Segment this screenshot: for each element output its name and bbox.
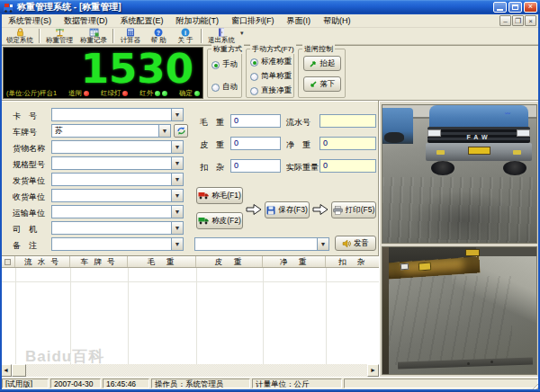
toolbar-button-help[interactable]: ? 帮 助 <box>146 28 171 44</box>
truck-front: 〰 FAW <box>426 105 532 177</box>
svg-text:?: ? <box>157 30 160 36</box>
menu-item-ui[interactable]: 界面(I) <box>281 15 318 27</box>
plate-no-combo[interactable]: 苏 ▼ <box>51 124 171 138</box>
chevron-down-icon[interactable]: ▼ <box>171 157 183 169</box>
arrow-up-icon <box>310 60 318 67</box>
confirm-indicator-light <box>194 91 200 96</box>
weigh-tare-button[interactable]: 称皮(F2) <box>196 212 243 229</box>
toolbar-button-calculator[interactable]: 计算器 <box>117 28 144 44</box>
license-plate <box>468 147 490 155</box>
plate-refresh-button[interactable] <box>174 124 188 138</box>
toolbar-overflow-icon[interactable]: ▾ <box>240 30 244 37</box>
chevron-down-icon[interactable]: ▼ <box>171 190 183 201</box>
plate-no-label: 车牌号 <box>13 127 37 138</box>
led-platform-label: (单位:公斤)秤台1 <box>6 89 57 98</box>
status-date: 2007-04-30 <box>50 379 101 388</box>
gate-drop-button[interactable]: 落下 <box>303 76 341 92</box>
license-plate <box>465 249 480 256</box>
col-net-weight[interactable]: 净 重 <box>263 256 326 267</box>
speaker-icon <box>342 239 351 248</box>
grid-line <box>263 268 264 364</box>
close-button[interactable]: × <box>524 2 537 13</box>
radio-manual[interactable]: 手动 <box>212 59 238 70</box>
window-frame <box>0 14 2 392</box>
scrollbar-right-button[interactable]: ► <box>367 364 379 377</box>
save-button[interactable]: 保存(F3) <box>265 201 310 218</box>
gate-lift-button[interactable]: 抬起 <box>303 56 341 71</box>
tare-weight-input[interactable]: 0 <box>230 137 281 150</box>
chevron-down-icon[interactable]: ▼ <box>171 222 183 234</box>
table-h-scrollbar[interactable]: ◄ ► <box>0 364 379 377</box>
actual-weight-input[interactable]: 0 <box>320 159 376 173</box>
chevron-down-icon[interactable]: ▼ <box>171 206 183 218</box>
driver-combo[interactable]: ▼ <box>51 221 184 235</box>
chevron-down-icon[interactable]: ▼ <box>171 141 183 153</box>
gross-weight-input[interactable]: 0 <box>230 114 281 128</box>
truck-red-icon <box>198 192 209 200</box>
chevron-down-icon[interactable]: ▼ <box>317 238 328 250</box>
mdi-close-button[interactable]: × <box>525 15 536 26</box>
receiver-combo[interactable]: ▼ <box>51 189 184 202</box>
printer-icon <box>333 206 343 215</box>
toolbar-button-about[interactable]: i 关 于 <box>173 28 198 44</box>
close-icon: × <box>528 2 533 11</box>
flow-arrow-icon <box>246 203 262 216</box>
serial-no-label: 流水号 <box>286 117 310 129</box>
toolbar-button-weigh-records[interactable]: 称重记录 <box>77 28 110 44</box>
gate-indicator-light <box>84 91 89 96</box>
chevron-down-icon[interactable]: ▼ <box>158 125 170 137</box>
minimize-button[interactable] <box>493 2 507 13</box>
radio-auto[interactable]: 自动 <box>212 82 238 93</box>
indicator-gate-label: 道闸 <box>68 89 82 98</box>
toolbar-button-lock-system[interactable]: 锁定系统 <box>4 28 36 44</box>
menu-item-addons[interactable]: 附加功能(T) <box>170 15 226 27</box>
menu-item-system[interactable]: 系统管理(S) <box>2 15 58 27</box>
goods-name-combo[interactable]: ▼ <box>51 140 184 154</box>
indicator-trafficlight-label: 红绿灯 <box>101 89 122 98</box>
toolbar-separator <box>201 29 202 43</box>
net-weight-input[interactable]: 0 <box>320 137 376 150</box>
menu-item-config[interactable]: 系统配置(E) <box>114 15 170 27</box>
radio-direct-net[interactable]: 直接净重 <box>250 85 292 96</box>
shipper-combo[interactable]: ▼ <box>51 173 184 186</box>
print-button[interactable]: 打印(F5) <box>331 201 376 218</box>
grid-line <box>15 268 16 364</box>
restore-button[interactable] <box>508 2 522 13</box>
tare-weight-label: 皮 重 <box>200 139 224 151</box>
save-disk-icon <box>266 206 275 215</box>
camera-feed-top: 〰 FAW <box>382 104 537 244</box>
col-gross-weight[interactable]: 毛 重 <box>128 256 196 267</box>
infrared-indicator-light-2 <box>162 91 167 96</box>
remarks-combo[interactable]: ▼ <box>51 237 184 251</box>
menu-item-help[interactable]: 帮助(H) <box>317 15 357 27</box>
voice-button[interactable]: 发音 <box>335 236 376 251</box>
toolbar-button-exit[interactable]: 退出系统 <box>205 28 238 44</box>
col-deduction[interactable]: 扣 杂 <box>326 256 379 267</box>
menu-item-windows[interactable]: 窗口排列(F) <box>225 15 281 27</box>
col-serial-no[interactable]: 流 水 号 <box>15 256 70 267</box>
actual-weight-label: 实际重量 <box>286 162 319 174</box>
transporter-combo[interactable]: ▼ <box>51 205 184 218</box>
toolbar-button-weigh-manage[interactable]: 称重管理 <box>43 28 76 44</box>
card-no-combo[interactable]: ▼ <box>51 108 184 121</box>
serial-no-input[interactable] <box>320 114 376 128</box>
deduction-input[interactable]: 0 <box>230 159 281 173</box>
weigh-gross-button[interactable]: 称毛(F1) <box>196 187 243 204</box>
voice-text-combo[interactable]: ▼ <box>194 237 329 251</box>
transporter-label: 运输单位 <box>13 208 45 219</box>
chevron-down-icon[interactable]: ▼ <box>171 238 183 250</box>
col-plate-no[interactable]: 车 牌 号 <box>70 256 128 267</box>
status-trial-version: [试用版] <box>2 379 49 388</box>
chevron-down-icon[interactable]: ▼ <box>171 174 183 185</box>
mdi-restore-button[interactable]: ❐ <box>512 15 524 26</box>
chevron-down-icon[interactable]: ▼ <box>171 109 183 120</box>
radio-standard-weigh[interactable]: 标准称重 <box>250 57 292 67</box>
status-unit: 计量单位：公斤 <box>252 379 342 388</box>
menu-item-data[interactable]: 数据管理(D) <box>58 15 114 27</box>
spec-model-combo[interactable]: ▼ <box>51 156 184 170</box>
radio-simple-weigh-icon <box>250 73 258 81</box>
scrollbar-thumb[interactable] <box>12 364 26 377</box>
mdi-minimize-button[interactable]: – <box>500 15 511 26</box>
col-tare-weight[interactable]: 皮 重 <box>196 256 263 267</box>
radio-simple-weigh[interactable]: 简单称重 <box>250 71 292 82</box>
